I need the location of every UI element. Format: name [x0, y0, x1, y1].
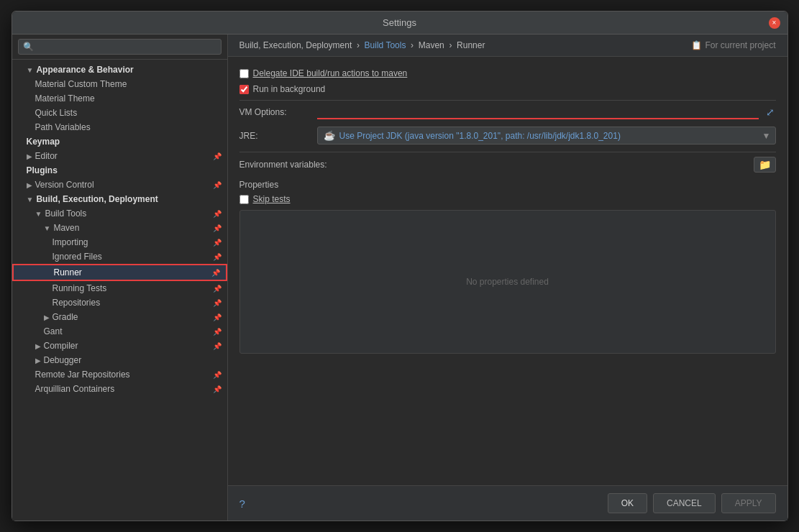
- breadcrumb-path: Build, Execution, Deployment › Build Too…: [239, 40, 485, 50]
- sidebar-item-version-control[interactable]: ▶ Version Control 📌: [12, 178, 227, 192]
- sidebar-item-compiler[interactable]: ▶ Compiler 📌: [12, 339, 227, 353]
- sidebar-item-build-tools[interactable]: ▼ Build Tools 📌: [12, 206, 227, 221]
- no-properties-text: No properties defined: [466, 277, 549, 287]
- editor-pin-icon: 📌: [213, 152, 222, 160]
- vm-options-input[interactable]: [317, 105, 759, 119]
- run-background-label[interactable]: Run in background: [253, 84, 326, 94]
- env-variables-folder-button[interactable]: 📁: [754, 157, 776, 173]
- dialog-title: Settings: [383, 17, 416, 28]
- skip-tests-checkbox[interactable]: [239, 195, 249, 204]
- gant-pin-icon: 📌: [213, 328, 222, 336]
- vm-options-row: VM Options: ⤢: [239, 105, 776, 119]
- sidebar-item-material-theme[interactable]: Material Theme: [12, 91, 227, 106]
- apply-button[interactable]: APPLY: [721, 493, 776, 513]
- ok-button[interactable]: OK: [608, 493, 647, 513]
- runner-pin-icon: 📌: [211, 269, 220, 277]
- sidebar-item-arquillian[interactable]: Arquillian Containers 📌: [12, 382, 227, 396]
- close-button[interactable]: ×: [769, 17, 780, 29]
- env-variables-row: Environment variables: 📁: [239, 157, 776, 173]
- compiler-pin-icon: 📌: [213, 342, 222, 350]
- sidebar-item-editor[interactable]: ▶ Editor 📌: [12, 149, 227, 163]
- jre-value-text: Use Project JDK (java version "1.8.0_201…: [339, 131, 621, 141]
- settings-dialog: Settings × ▼ Appearance & Behavior Mater…: [12, 11, 788, 521]
- sidebar-item-material-custom[interactable]: Material Custom Theme: [12, 77, 227, 91]
- sidebar-item-quick-lists[interactable]: Quick Lists: [12, 106, 227, 120]
- sidebar-item-path-variables[interactable]: Path Variables: [12, 120, 227, 134]
- breadcrumb-project: 📋 For current project: [691, 40, 775, 50]
- sidebar-item-ignored-files[interactable]: Ignored Files 📌: [12, 249, 227, 264]
- skip-tests-label[interactable]: Skip tests: [253, 194, 291, 204]
- cancel-button[interactable]: CANCEL: [653, 493, 716, 513]
- nav-tree: ▼ Appearance & Behavior Material Custom …: [12, 60, 227, 520]
- title-bar: Settings ×: [12, 12, 787, 35]
- properties-table: No properties defined: [239, 210, 776, 354]
- separator-1: [239, 100, 776, 101]
- search-bar: [12, 35, 227, 60]
- main-content: Build, Execution, Deployment › Build Too…: [228, 35, 787, 520]
- vm-options-expand-button[interactable]: ⤢: [764, 105, 776, 119]
- jre-label: JRE:: [239, 131, 311, 141]
- gradle-pin-icon: 📌: [213, 313, 222, 321]
- run-background-row: Run in background: [239, 84, 776, 94]
- dialog-body: ▼ Appearance & Behavior Material Custom …: [12, 35, 787, 520]
- java-icon: ☕: [324, 130, 335, 141]
- separator-2: [239, 152, 776, 152]
- remote-jar-pin-icon: 📌: [213, 371, 222, 379]
- sidebar-item-keymap[interactable]: Keymap: [12, 134, 227, 149]
- sidebar-item-gant[interactable]: Gant 📌: [12, 324, 227, 339]
- sidebar-item-remote-jar[interactable]: Remote Jar Repositories 📌: [12, 367, 227, 382]
- repositories-pin-icon: 📌: [213, 299, 222, 307]
- run-background-checkbox[interactable]: [239, 85, 249, 94]
- sidebar-item-runner[interactable]: Runner 📌: [12, 264, 227, 281]
- jre-select[interactable]: ☕ Use Project JDK (java version "1.8.0_2…: [317, 127, 776, 145]
- build-tools-pin-icon: 📌: [213, 210, 222, 218]
- breadcrumb: Build, Execution, Deployment › Build Too…: [228, 35, 787, 57]
- delegate-label[interactable]: Delegate IDE build/run actions to maven: [253, 68, 408, 78]
- jre-row: JRE: ☕ Use Project JDK (java version "1.…: [239, 127, 776, 145]
- sidebar: ▼ Appearance & Behavior Material Custom …: [12, 35, 228, 520]
- sidebar-item-build-exec[interactable]: ▼ Build, Execution, Deployment: [12, 192, 227, 206]
- vm-options-label: VM Options:: [239, 107, 311, 117]
- sidebar-item-plugins[interactable]: Plugins: [12, 163, 227, 178]
- jre-dropdown-arrow-icon: ▼: [762, 131, 771, 141]
- running-tests-pin-icon: 📌: [213, 285, 222, 293]
- vc-pin-icon: 📌: [213, 181, 222, 189]
- sidebar-item-maven[interactable]: ▼ Maven 📌: [12, 221, 227, 235]
- delegate-row: Delegate IDE build/run actions to maven: [239, 68, 776, 78]
- project-icon: 📋: [691, 40, 702, 50]
- footer: ? OK CANCEL APPLY: [228, 485, 787, 520]
- search-input[interactable]: [18, 39, 222, 55]
- importing-pin-icon: 📌: [213, 239, 222, 247]
- content-area: Delegate IDE build/run actions to maven …: [228, 57, 787, 485]
- properties-section-label: Properties: [239, 180, 776, 190]
- help-icon[interactable]: ?: [239, 497, 245, 510]
- skip-tests-row: Skip tests: [239, 194, 776, 204]
- sidebar-item-repositories[interactable]: Repositories 📌: [12, 295, 227, 310]
- sidebar-item-gradle[interactable]: ▶ Gradle 📌: [12, 310, 227, 324]
- delegate-checkbox[interactable]: [239, 69, 249, 78]
- properties-area: No properties defined + − ✎: [239, 210, 776, 354]
- ignored-pin-icon: 📌: [213, 253, 222, 261]
- maven-pin-icon: 📌: [213, 224, 222, 232]
- env-variables-label: Environment variables:: [239, 160, 327, 170]
- sidebar-item-appearance[interactable]: ▼ Appearance & Behavior: [12, 63, 227, 77]
- sidebar-item-running-tests[interactable]: Running Tests 📌: [12, 281, 227, 295]
- sidebar-item-debugger[interactable]: ▶ Debugger: [12, 353, 227, 367]
- arquillian-pin-icon: 📌: [213, 385, 222, 393]
- sidebar-item-importing[interactable]: Importing 📌: [12, 235, 227, 249]
